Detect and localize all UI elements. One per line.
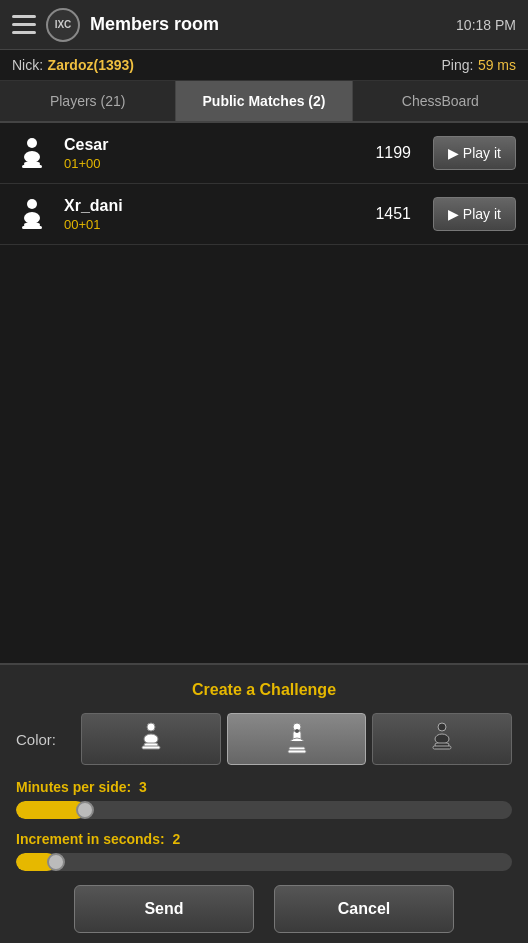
svg-rect-7: [22, 226, 42, 229]
cancel-button[interactable]: Cancel: [274, 885, 454, 933]
match-list: Cesar 01+00 1199 ▶ Play it Xr_dani 00+01…: [0, 123, 528, 245]
match-info: Xr_dani 00+01: [64, 197, 363, 232]
tab-public-matches[interactable]: Public Matches (2): [176, 81, 352, 121]
match-time-control: 00+01: [64, 217, 363, 232]
nick-section: Nick: Zardoz(1393): [12, 56, 134, 74]
challenge-title: Create a Challenge: [16, 681, 512, 699]
minutes-value: 3: [139, 779, 147, 795]
color-white-button[interactable]: [81, 713, 221, 765]
player-icon: [12, 133, 52, 173]
color-random-button[interactable]: [227, 713, 367, 765]
match-time-control: 01+00: [64, 156, 363, 171]
challenge-panel: Create a Challenge Color:: [0, 663, 528, 943]
svg-rect-3: [22, 165, 42, 168]
color-row: Color:: [16, 713, 512, 765]
header-left: IXC Members room: [12, 8, 219, 42]
empty-content-area: [0, 245, 528, 635]
color-label: Color:: [16, 731, 71, 748]
table-row: Cesar 01+00 1199 ▶ Play it: [0, 123, 528, 184]
logo-text: IXC: [55, 19, 72, 30]
increment-value: 2: [172, 831, 180, 847]
increment-label: Increment in seconds: 2: [16, 831, 512, 847]
menu-button[interactable]: [12, 15, 36, 34]
table-row: Xr_dani 00+01 1451 ▶ Play it: [0, 184, 528, 245]
ping-value: 59 ms: [478, 57, 516, 73]
svg-rect-16: [288, 750, 306, 753]
nick-bar: Nick: Zardoz(1393) Ping: 59 ms: [0, 50, 528, 81]
increment-slider-track: [16, 853, 512, 871]
nick-value: Zardoz(1393): [48, 57, 134, 73]
svg-point-14: [295, 729, 299, 733]
minutes-slider-thumb[interactable]: [76, 801, 94, 819]
minutes-slider-track: [16, 801, 512, 819]
color-black-button[interactable]: [372, 713, 512, 765]
action-row: Send Cancel: [16, 885, 512, 933]
play-button-0[interactable]: ▶ Play it: [433, 136, 516, 170]
player-icon: [12, 194, 52, 234]
svg-point-8: [147, 723, 155, 731]
header-title: Members room: [90, 14, 219, 35]
nick-prefix: Nick:: [12, 57, 43, 73]
match-name: Cesar: [64, 136, 363, 154]
minutes-label: Minutes per side: 3: [16, 779, 512, 795]
match-rating: 1199: [375, 144, 411, 162]
ping-prefix: Ping:: [442, 57, 474, 73]
header: IXC Members room 10:18 PM: [0, 0, 528, 50]
play-button-1[interactable]: ▶ Play it: [433, 197, 516, 231]
match-info: Cesar 01+00: [64, 136, 363, 171]
svg-point-0: [27, 138, 37, 148]
tab-players[interactable]: Players (21): [0, 81, 176, 121]
send-button[interactable]: Send: [74, 885, 254, 933]
match-rating: 1451: [375, 205, 411, 223]
svg-rect-20: [433, 746, 451, 749]
tab-chessboard[interactable]: ChessBoard: [353, 81, 528, 121]
increment-slider-row: Increment in seconds: 2: [16, 831, 512, 871]
svg-point-5: [24, 212, 40, 224]
minutes-slider-fill: [16, 801, 85, 819]
match-name: Xr_dani: [64, 197, 363, 215]
logo: IXC: [46, 8, 80, 42]
header-time: 10:18 PM: [456, 17, 516, 33]
svg-rect-11: [142, 746, 160, 749]
minutes-slider-row: Minutes per side: 3: [16, 779, 512, 819]
svg-point-1: [24, 151, 40, 163]
ping-section: Ping: 59 ms: [442, 56, 517, 74]
svg-point-17: [438, 723, 446, 731]
increment-slider-thumb[interactable]: [47, 853, 65, 871]
color-options: [81, 713, 512, 765]
tab-bar: Players (21) Public Matches (2) ChessBoa…: [0, 81, 528, 123]
svg-point-4: [27, 199, 37, 209]
